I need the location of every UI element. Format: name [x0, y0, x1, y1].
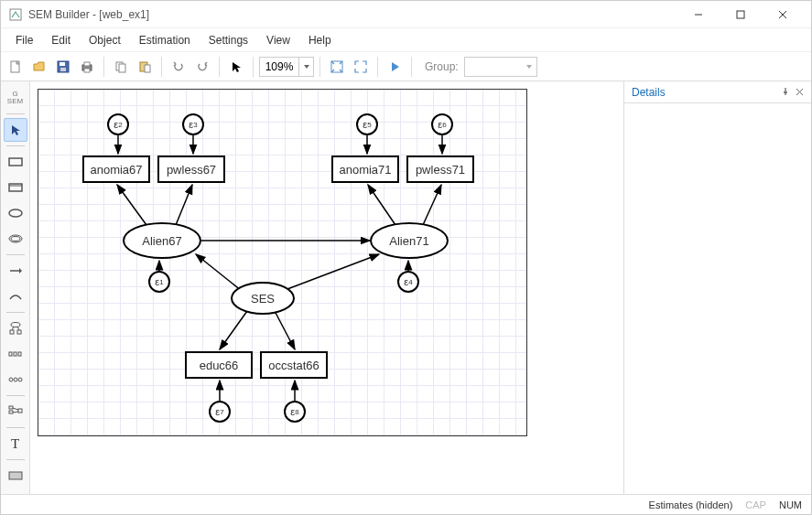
tool-observed-set[interactable] — [4, 342, 27, 366]
latent-Alien67[interactable]: Alien67 — [123, 222, 201, 259]
svg-rect-10 — [84, 62, 90, 66]
tool-latent-set[interactable] — [4, 368, 27, 392]
open-button[interactable] — [28, 56, 50, 78]
svg-rect-7 — [60, 62, 65, 66]
svg-rect-13 — [119, 64, 125, 72]
svg-rect-36 — [9, 411, 13, 413]
observed-educ66[interactable]: educ66 — [185, 351, 253, 379]
save-button[interactable] — [52, 56, 74, 78]
path-arrow[interactable] — [176, 185, 192, 225]
menu-object[interactable]: Object — [80, 30, 130, 50]
error-e7[interactable]: ε7 — [209, 401, 231, 423]
canvas-area[interactable]: anomia67pwless67anomia71pwless71educ66oc… — [30, 81, 623, 494]
menu-help[interactable]: Help — [299, 30, 341, 50]
paste-button[interactable] — [134, 56, 156, 78]
menu-edit[interactable]: Edit — [42, 30, 80, 50]
tool-measurement[interactable] — [4, 317, 27, 340]
observed-occstat66[interactable]: occstat66 — [260, 351, 328, 379]
toolbar: Group: — [1, 52, 811, 81]
details-panel: Details — [623, 81, 811, 494]
error-e4[interactable]: ε4 — [397, 271, 419, 293]
svg-rect-30 — [14, 352, 16, 356]
svg-point-33 — [14, 378, 17, 381]
path-arrow[interactable] — [423, 185, 441, 225]
error-e3[interactable]: ε3 — [182, 113, 204, 135]
path-arrow[interactable] — [220, 311, 247, 349]
svg-rect-17 — [9, 158, 22, 166]
titlebar: SEM Builder - [web_ex1] — [1, 1, 811, 28]
observed-anomia71[interactable]: anomia71 — [331, 156, 399, 183]
svg-point-22 — [11, 237, 20, 241]
tool-area[interactable] — [4, 464, 27, 488]
path-arrow[interactable] — [275, 311, 295, 349]
observed-pwless71[interactable]: pwless71 — [406, 156, 474, 183]
latent-Alien71[interactable]: Alien71 — [370, 222, 449, 259]
tool-select[interactable] — [4, 118, 27, 142]
path-arrow[interactable] — [368, 185, 395, 225]
redo-button[interactable] — [191, 56, 213, 78]
error-e8[interactable]: ε8 — [284, 401, 306, 423]
svg-point-32 — [9, 378, 13, 381]
minimize-button[interactable] — [677, 1, 720, 28]
menu-view[interactable]: View — [257, 30, 299, 50]
close-panel-icon[interactable] — [796, 86, 804, 99]
tool-rectangle[interactable] — [4, 150, 27, 174]
app-icon — [8, 7, 23, 22]
path-arrow[interactable] — [117, 185, 146, 225]
maximize-button[interactable] — [720, 1, 762, 28]
observed-anomia67[interactable]: anomia67 — [82, 156, 150, 183]
status-estimates: Estimates (hidden) — [649, 499, 733, 510]
menu-estimation[interactable]: Estimation — [130, 30, 200, 50]
svg-rect-2 — [737, 11, 744, 18]
error-e6[interactable]: ε6 — [431, 113, 453, 135]
svg-rect-18 — [9, 184, 22, 191]
fit-button[interactable] — [326, 56, 348, 78]
tool-covariance[interactable] — [4, 284, 27, 308]
tool-path[interactable] — [4, 259, 27, 283]
zoom-input[interactable] — [259, 57, 314, 77]
print-button[interactable] — [76, 56, 98, 78]
zoom-dropdown[interactable] — [298, 58, 313, 76]
copy-button[interactable] — [110, 56, 132, 78]
tool-text[interactable]: T — [4, 432, 27, 456]
new-button[interactable] — [5, 56, 27, 78]
pin-icon[interactable] — [781, 86, 790, 99]
error-e1[interactable]: ε1 — [148, 271, 170, 293]
observed-pwless67[interactable]: pwless67 — [157, 156, 225, 183]
svg-rect-11 — [84, 69, 90, 72]
tool-gsem[interactable]: GSEM — [4, 86, 27, 110]
zoom-fit-button[interactable] — [350, 56, 372, 78]
error-e5[interactable]: ε5 — [356, 113, 378, 135]
svg-point-34 — [18, 378, 22, 381]
path-arrow[interactable] — [196, 254, 242, 291]
svg-rect-0 — [10, 9, 21, 20]
svg-point-20 — [9, 209, 22, 217]
run-button[interactable] — [384, 56, 406, 78]
error-e2[interactable]: ε2 — [107, 113, 129, 135]
svg-rect-35 — [9, 406, 13, 409]
tool-regression[interactable] — [4, 400, 27, 424]
tool-oval[interactable] — [4, 201, 27, 225]
menu-settings[interactable]: Settings — [200, 30, 257, 50]
svg-rect-26 — [17, 330, 21, 334]
statusbar: Estimates (hidden) CAP NUM — [1, 494, 811, 514]
svg-point-24 — [11, 323, 20, 327]
close-button[interactable] — [762, 1, 804, 28]
tool-rectangle-bold[interactable] — [4, 176, 27, 199]
status-cap: CAP — [745, 499, 766, 510]
menu-file[interactable]: File — [6, 30, 42, 50]
group-select[interactable] — [464, 57, 537, 77]
menubar: File Edit Object Estimation Settings Vie… — [1, 28, 811, 52]
svg-rect-37 — [18, 409, 22, 413]
pointer-button[interactable] — [225, 56, 247, 78]
diagram-canvas[interactable]: anomia67pwless67anomia71pwless71educ66oc… — [38, 89, 527, 436]
status-num: NUM — [779, 499, 802, 510]
undo-button[interactable] — [168, 56, 189, 78]
path-arrow[interactable] — [287, 254, 379, 289]
svg-rect-25 — [10, 330, 14, 334]
tool-double-oval[interactable] — [4, 227, 27, 251]
svg-rect-15 — [145, 65, 150, 72]
svg-rect-8 — [60, 68, 66, 71]
zoom-field[interactable] — [260, 60, 298, 73]
latent-SES[interactable]: SES — [231, 282, 295, 315]
